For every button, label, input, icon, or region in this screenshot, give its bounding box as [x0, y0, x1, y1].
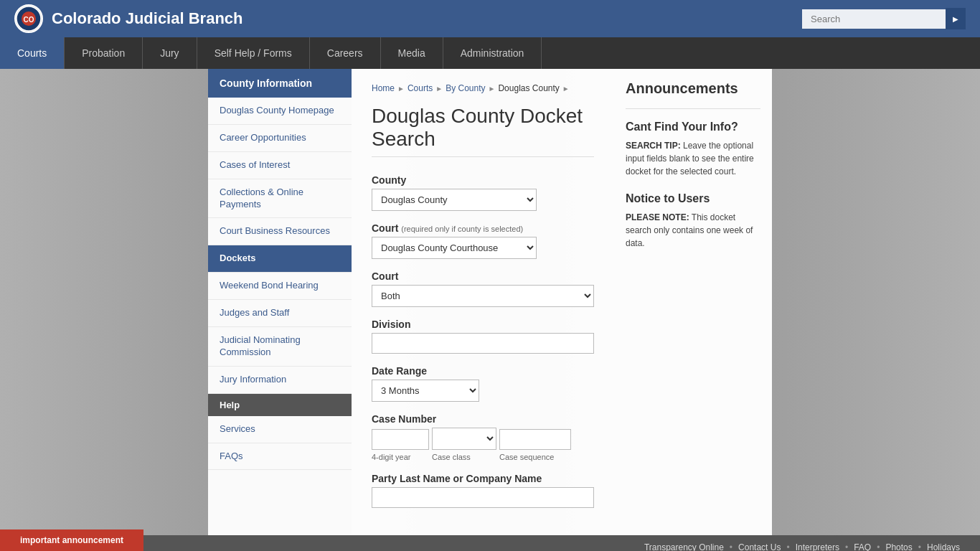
nav-selfhelp[interactable]: Self Help / Forms — [197, 37, 310, 69]
case-number-label: Case Number — [372, 413, 594, 425]
bc-arrow-2: ► — [435, 85, 443, 93]
class-sublabel: Case class — [432, 453, 496, 461]
county-label: County — [372, 174, 594, 186]
sidebar-item-judges[interactable]: Judges and Staff — [208, 300, 352, 327]
sidebar-item-dockets[interactable]: Dockets — [208, 245, 352, 273]
nav-administration[interactable]: Administration — [443, 37, 542, 69]
site-title: Colorado Judicial Branch — [52, 9, 243, 28]
date-range-group: Date Range 3 Months 1 Month 6 Months 1 Y… — [372, 365, 594, 402]
bc-courts[interactable]: Courts — [407, 83, 433, 93]
sidebar-item-faqs[interactable]: FAQs — [208, 443, 352, 471]
main-content: Home ► Courts ► By County ► Douglas Coun… — [352, 69, 614, 535]
footer-interpreters[interactable]: Interpreters — [790, 542, 845, 551]
class-field: CR CV DR JV Case class — [432, 428, 496, 461]
logo-icon: CO — [14, 4, 43, 33]
footer-contact[interactable]: Contact Us — [732, 542, 786, 551]
breadcrumb: Home ► Courts ► By County ► Douglas Coun… — [372, 83, 594, 93]
bc-arrow-1: ► — [397, 85, 405, 93]
sidebar-item-court-business[interactable]: Court Business Resources — [208, 218, 352, 245]
court-type-select[interactable]: Both District County — [372, 285, 594, 307]
courthouse-group: Court (required only if county is select… — [372, 222, 594, 259]
left-bg — [0, 69, 57, 535]
sidebar-item-jury[interactable]: Jury Information — [208, 367, 352, 394]
page-title: Douglas County Docket Search — [372, 105, 594, 157]
sidebar-item-collections[interactable]: Collections & Online Payments — [208, 179, 352, 219]
court-type-group: Court Both District County — [372, 270, 594, 307]
court-note: (required only if county is selected) — [401, 225, 523, 233]
search-bar — [802, 8, 966, 29]
cant-find-section: Cant Find Your Info? SEARCH TIP: Leave t… — [626, 121, 760, 178]
seq-field: Case sequence — [499, 429, 571, 461]
announcement-bar[interactable]: important announcement — [0, 529, 143, 551]
year-input[interactable] — [372, 429, 429, 450]
case-number-group: Case Number 4-digit year CR CV DR JV — [372, 413, 594, 461]
please-note-label: PLEASE NOTE: — [626, 212, 689, 222]
footer-transparency[interactable]: Transparency Online — [639, 542, 730, 551]
footer-photos[interactable]: Photos — [880, 542, 918, 551]
nav-media[interactable]: Media — [381, 37, 443, 69]
search-tip-text: SEARCH TIP: Leave the optional input fie… — [626, 139, 760, 178]
main-nav: Courts Probation Jury Self Help / Forms … — [0, 37, 980, 69]
year-field: 4-digit year — [372, 429, 429, 461]
party-group: Party Last Name or Company Name — [372, 473, 594, 508]
sidebar-item-cases[interactable]: Cases of Interest — [208, 152, 352, 179]
court-label: Court (required only if county is select… — [372, 222, 594, 234]
division-input[interactable] — [372, 333, 594, 354]
bc-arrow-3: ► — [489, 85, 496, 93]
notice-title: Notice to Users — [626, 192, 760, 205]
search-input[interactable] — [802, 9, 946, 29]
search-button[interactable] — [946, 8, 966, 29]
date-range-select[interactable]: 3 Months 1 Month 6 Months 1 Year — [372, 380, 479, 402]
bc-home[interactable]: Home — [372, 83, 395, 93]
bc-by-county[interactable]: By County — [446, 83, 485, 93]
nav-courts[interactable]: Courts — [0, 37, 65, 69]
sidebar-item-judicial[interactable]: Judicial Nominating Commission — [208, 327, 352, 367]
courthouse-select[interactable]: Douglas County Courthouse Other — [372, 237, 537, 259]
sidebar-section-help: Help — [208, 394, 352, 416]
date-range-label: Date Range — [372, 365, 594, 377]
sidebar-header: County Information — [208, 69, 352, 98]
sidebar-item-career[interactable]: Career Opportunities — [208, 125, 352, 152]
cant-find-title: Cant Find Your Info? — [626, 121, 760, 133]
sidebar-item-services[interactable]: Services — [208, 416, 352, 443]
panel-divider-1 — [626, 108, 760, 109]
division-label: Division — [372, 319, 594, 330]
footer-holidays[interactable]: Holidays — [921, 542, 966, 551]
right-panel: Announcements Cant Find Your Info? SEARC… — [614, 69, 772, 535]
svg-text:CO: CO — [24, 16, 34, 24]
sidebar: County Information Douglas County Homepa… — [208, 69, 352, 535]
year-sublabel: 4-digit year — [372, 453, 429, 461]
division-group: Division — [372, 319, 594, 354]
please-note-text: PLEASE NOTE: This docket search only con… — [626, 211, 760, 250]
search-tip-label: SEARCH TIP: — [626, 141, 681, 151]
footer-faq[interactable]: FAQ — [848, 542, 877, 551]
case-number-row: 4-digit year CR CV DR JV Case class — [372, 428, 594, 461]
county-select[interactable]: Douglas County Adams County Arapahoe Cou… — [372, 189, 537, 211]
court2-label: Court — [372, 270, 594, 282]
party-label: Party Last Name or Company Name — [372, 473, 594, 484]
nav-jury[interactable]: Jury — [143, 37, 197, 69]
sidebar-item-bond[interactable]: Weekend Bond Hearing — [208, 273, 352, 300]
right-bg — [923, 69, 980, 535]
nav-probation[interactable]: Probation — [65, 37, 143, 69]
footer: Transparency Online • Contact Us • Inter… — [0, 535, 980, 551]
case-class-select[interactable]: CR CV DR JV — [432, 428, 496, 450]
header-logo: CO Colorado Judicial Branch — [14, 4, 243, 33]
notice-section: Notice to Users PLEASE NOTE: This docket… — [626, 192, 760, 250]
sidebar-item-douglas-homepage[interactable]: Douglas County Homepage — [208, 98, 352, 125]
case-seq-input[interactable] — [499, 429, 571, 450]
county-group: County Douglas County Adams County Arapa… — [372, 174, 594, 211]
bc-arrow-4: ► — [562, 85, 570, 93]
nav-careers[interactable]: Careers — [310, 37, 381, 69]
seq-sublabel: Case sequence — [499, 453, 571, 461]
party-input[interactable] — [372, 487, 594, 508]
bc-current: Douglas County — [498, 83, 559, 93]
announcements-title: Announcements — [626, 80, 760, 97]
